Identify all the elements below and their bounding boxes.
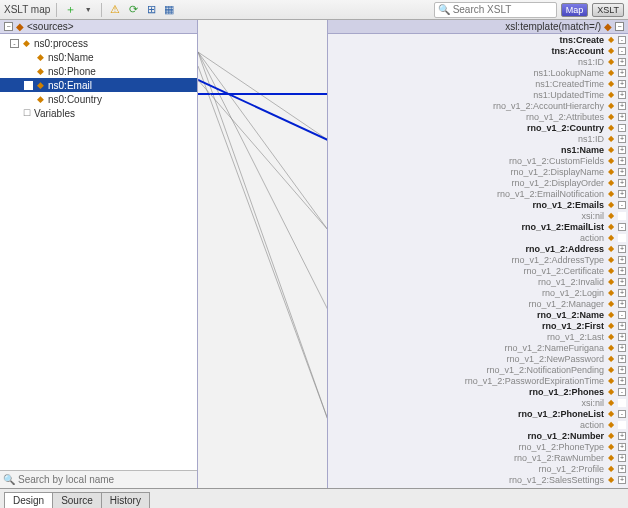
target-node[interactable]: ns1:UpdatedTime◆+: [328, 89, 628, 100]
toggle-icon[interactable]: +: [618, 190, 626, 198]
toggle-icon[interactable]: -: [618, 311, 626, 319]
toggle-icon[interactable]: +: [618, 377, 626, 385]
source-node[interactable]: ◆ns0:Name: [0, 50, 197, 64]
target-node[interactable]: rno_v1_2:CustomFields◆+: [328, 155, 628, 166]
toggle-icon[interactable]: +: [618, 168, 626, 176]
toggle-icon[interactable]: +: [618, 465, 626, 473]
xslt-button[interactable]: XSLT: [592, 3, 624, 17]
toggle-icon[interactable]: [618, 234, 626, 242]
toggle-icon[interactable]: +: [618, 69, 626, 77]
target-node[interactable]: rno_v1_2:DisplayOrder◆+: [328, 177, 628, 188]
source-node[interactable]: ◆ns0:Phone: [0, 64, 197, 78]
toggle-icon[interactable]: -: [618, 124, 626, 132]
toggle-icon[interactable]: +: [618, 278, 626, 286]
target-node[interactable]: rno_v1_2:Name◆-: [328, 309, 628, 320]
toggle-icon[interactable]: +: [618, 355, 626, 363]
sources-header[interactable]: − ◆ <sources>: [0, 20, 197, 34]
toggle-icon[interactable]: +: [618, 245, 626, 253]
top-search[interactable]: 🔍: [434, 2, 557, 18]
toggle-icon[interactable]: +: [618, 322, 626, 330]
target-node[interactable]: action◆: [328, 419, 628, 430]
toggle-icon[interactable]: +: [618, 344, 626, 352]
target-node[interactable]: tns:Account◆-: [328, 45, 628, 56]
tab-design[interactable]: Design: [4, 492, 53, 508]
toggle-icon[interactable]: +: [618, 179, 626, 187]
toggle-icon[interactable]: [24, 53, 33, 62]
toggle-icon[interactable]: +: [618, 157, 626, 165]
toggle-icon[interactable]: -: [618, 36, 626, 44]
target-node[interactable]: ns1:CreatedTime◆+: [328, 78, 628, 89]
target-node[interactable]: ns1:LookupName◆+: [328, 67, 628, 78]
tab-history[interactable]: History: [101, 492, 150, 508]
target-node[interactable]: rno_v1_2:Last◆+: [328, 331, 628, 342]
target-node[interactable]: xsi:nil◆: [328, 210, 628, 221]
toggle-icon[interactable]: [10, 109, 19, 118]
toggle-icon[interactable]: +: [618, 289, 626, 297]
target-node[interactable]: ns1:Name◆+: [328, 144, 628, 155]
target-node[interactable]: rno_v1_2:EmailNotification◆+: [328, 188, 628, 199]
toggle-icon[interactable]: +: [618, 454, 626, 462]
target-node[interactable]: rno_v1_2:PhoneType◆+: [328, 441, 628, 452]
target-node[interactable]: rno_v1_2:Phones◆-: [328, 386, 628, 397]
target-node[interactable]: rno_v1_2:Emails◆-: [328, 199, 628, 210]
target-node[interactable]: rno_v1_2:SalesSettings◆+: [328, 474, 628, 485]
toggle-icon[interactable]: [24, 81, 33, 90]
target-node[interactable]: rno_v1_2:EmailList◆-: [328, 221, 628, 232]
target-node[interactable]: rno_v1_2:Login◆+: [328, 287, 628, 298]
collapse-icon[interactable]: −: [615, 22, 624, 31]
refresh-icon[interactable]: ⟳: [126, 3, 140, 17]
target-node[interactable]: rno_v1_2:AccountHierarchy◆+: [328, 100, 628, 111]
toggle-icon[interactable]: [618, 399, 626, 407]
toggle-icon[interactable]: +: [618, 476, 626, 484]
target-node[interactable]: rno_v1_2:Manager◆+: [328, 298, 628, 309]
toggle-icon[interactable]: +: [618, 113, 626, 121]
target-node[interactable]: rno_v1_2:PasswordExpirationTime◆+: [328, 375, 628, 386]
toggle-icon[interactable]: [24, 95, 33, 104]
target-node[interactable]: xsi:nil◆: [328, 397, 628, 408]
toggle-icon[interactable]: +: [618, 333, 626, 341]
toggle-icon[interactable]: +: [618, 256, 626, 264]
target-node[interactable]: rno_v1_2:AddressType◆+: [328, 254, 628, 265]
target-node[interactable]: rno_v1_2:NotificationPending◆+: [328, 364, 628, 375]
toggle-icon[interactable]: +: [618, 300, 626, 308]
toggle-icon[interactable]: +: [618, 366, 626, 374]
target-node[interactable]: ns1:ID◆+: [328, 56, 628, 67]
add-icon[interactable]: ＋: [63, 3, 77, 17]
toggle-icon[interactable]: +: [618, 267, 626, 275]
target-node[interactable]: rno_v1_2:Certificate◆+: [328, 265, 628, 276]
toggle-icon[interactable]: -: [10, 39, 19, 48]
toggle-icon[interactable]: -: [618, 410, 626, 418]
target-node[interactable]: action◆: [328, 232, 628, 243]
source-tree[interactable]: -◆ns0:process◆ns0:Name◆ns0:Phone◆ns0:Ema…: [0, 34, 197, 470]
mapping-canvas[interactable]: [198, 20, 328, 488]
target-node[interactable]: rno_v1_2:ServiceSettings◆+: [328, 485, 628, 486]
left-search-input[interactable]: [18, 474, 194, 485]
target-node[interactable]: rno_v1_2:NameFurigana◆+: [328, 342, 628, 353]
toggle-icon[interactable]: [618, 212, 626, 220]
target-node[interactable]: rno_v1_2:First◆+: [328, 320, 628, 331]
toggle-icon[interactable]: -: [618, 223, 626, 231]
toggle-icon[interactable]: +: [618, 58, 626, 66]
target-node[interactable]: rno_v1_2:Address◆+: [328, 243, 628, 254]
toggle-icon[interactable]: +: [618, 146, 626, 154]
collapse-icon[interactable]: −: [4, 22, 13, 31]
toggle-icon[interactable]: [24, 67, 33, 76]
target-tree[interactable]: tns:Create◆-tns:Account◆-ns1:ID◆+ns1:Loo…: [328, 34, 628, 486]
toggle-icon[interactable]: -: [618, 201, 626, 209]
source-node[interactable]: -◆ns0:process: [0, 36, 197, 50]
search-input[interactable]: [453, 4, 553, 15]
target-node[interactable]: rno_v1_2:Attributes◆+: [328, 111, 628, 122]
warning-icon[interactable]: ⚠: [108, 3, 122, 17]
toggle-icon[interactable]: +: [618, 135, 626, 143]
toggle-icon[interactable]: [618, 421, 626, 429]
source-node[interactable]: ◆ns0:Email: [0, 78, 197, 92]
toggle-icon[interactable]: +: [618, 91, 626, 99]
target-node[interactable]: rno_v1_2:Profile◆+: [328, 463, 628, 474]
target-node[interactable]: ns1:ID◆+: [328, 133, 628, 144]
toggle-icon[interactable]: -: [618, 47, 626, 55]
toggle-icon[interactable]: +: [618, 443, 626, 451]
left-search[interactable]: 🔍: [0, 470, 197, 488]
target-node[interactable]: rno_v1_2:NewPassword◆+: [328, 353, 628, 364]
tab-source[interactable]: Source: [52, 492, 102, 508]
target-node[interactable]: rno_v1_2:PhoneList◆-: [328, 408, 628, 419]
